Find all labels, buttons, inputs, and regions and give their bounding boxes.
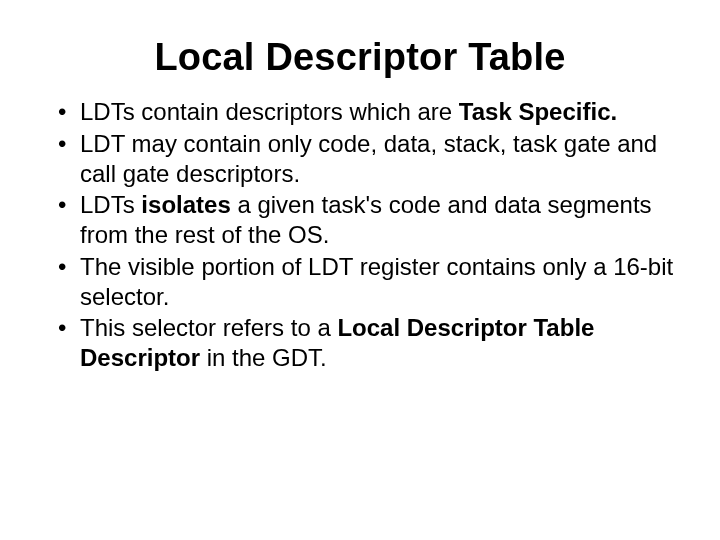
list-item: LDTs isolates a given task's code and da… [58,190,690,250]
bullet-text-bold: Task Specific. [459,98,617,125]
list-item: The visible portion of LDT register cont… [58,252,690,312]
bullet-text-mid: in the GDT. [200,344,327,371]
bullet-text-pre: This selector refers to a [80,314,337,341]
slide-title: Local Descriptor Table [30,36,690,79]
bullet-list: LDTs contain descriptors which are Task … [30,97,690,373]
bullet-text-pre: The visible portion of LDT register cont… [80,253,673,310]
list-item: LDTs contain descriptors which are Task … [58,97,690,127]
list-item: LDT may contain only code, data, stack, … [58,129,690,189]
bullet-text-pre: LDTs [80,191,141,218]
bullet-text-pre: LDTs contain descriptors which are [80,98,459,125]
bullet-text-pre: LDT may contain only code, data, stack, … [80,130,657,187]
list-item: This selector refers to a Local Descript… [58,313,690,373]
bullet-text-bold: isolates [141,191,230,218]
